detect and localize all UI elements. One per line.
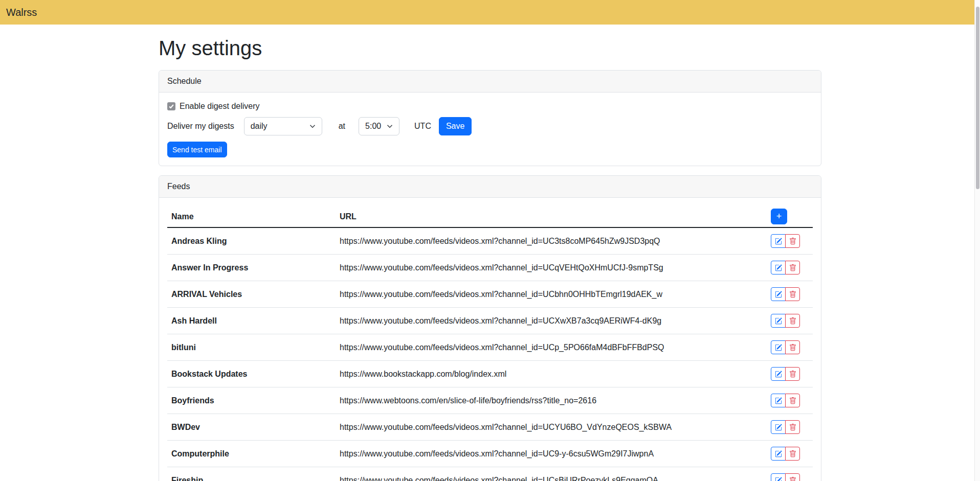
delete-feed-button[interactable] <box>785 420 800 434</box>
save-button[interactable]: Save <box>439 117 472 135</box>
feeds-card: Feeds Name URL + Andreas Kling https://w… <box>159 175 821 481</box>
pencil-square-icon <box>775 264 782 271</box>
feed-actions <box>771 234 800 248</box>
trash-icon <box>789 238 796 245</box>
pencil-square-icon <box>775 397 782 404</box>
digest-enabled-checkbox[interactable] <box>167 102 175 110</box>
trash-icon <box>789 291 796 298</box>
table-row: bitluni https://www.youtube.com/feeds/vi… <box>167 334 813 361</box>
brand-link[interactable]: Walrss <box>6 7 37 18</box>
edit-feed-button[interactable] <box>771 420 786 434</box>
feeds-card-body: Name URL + Andreas Kling https://www.you… <box>159 198 821 481</box>
delete-feed-button[interactable] <box>785 367 800 381</box>
feed-actions <box>771 314 800 328</box>
table-row: Bookstack Updates https://www.bookstacka… <box>167 361 813 387</box>
pencil-square-icon <box>775 477 782 481</box>
feed-name: Computerphile <box>167 441 336 467</box>
check-icon <box>168 103 174 109</box>
edit-feed-button[interactable] <box>771 314 786 328</box>
feed-actions <box>771 287 800 301</box>
edit-feed-button[interactable] <box>771 447 786 461</box>
feed-name: BWDev <box>167 414 336 441</box>
pencil-square-icon <box>775 450 782 457</box>
table-row: Computerphile https://www.youtube.com/fe… <box>167 441 813 467</box>
trash-icon <box>789 344 796 351</box>
actions-column-header: + <box>767 206 813 227</box>
edit-feed-button[interactable] <box>771 287 786 301</box>
add-feed-button[interactable]: + <box>771 209 787 224</box>
feed-name: ARRIVAL Vehicles <box>167 281 336 308</box>
feed-name: Andreas Kling <box>167 227 336 255</box>
feed-actions <box>771 340 800 354</box>
delete-feed-button[interactable] <box>785 314 800 328</box>
table-row: BWDev https://www.youtube.com/feeds/vide… <box>167 414 813 441</box>
delete-feed-button[interactable] <box>785 473 800 481</box>
table-row: Andreas Kling https://www.youtube.com/fe… <box>167 227 813 255</box>
table-row: Boyfriends https://www.webtoons.com/en/s… <box>167 387 813 414</box>
feeds-table: Name URL + Andreas Kling https://www.you… <box>167 206 813 481</box>
delete-feed-button[interactable] <box>785 447 800 461</box>
deliver-digests-label: Deliver my digests <box>167 122 234 131</box>
feed-actions <box>771 447 800 461</box>
timezone-label: UTC <box>414 122 431 131</box>
feed-url: https://www.bookstackapp.com/blog/index.… <box>336 361 767 387</box>
pencil-square-icon <box>775 317 782 325</box>
trash-icon <box>789 264 796 271</box>
send-test-email-button[interactable]: Send test email <box>167 142 227 157</box>
chevron-down-icon <box>309 123 316 129</box>
feed-name: Answer In Progress <box>167 255 336 281</box>
trash-icon <box>789 477 796 481</box>
table-row: Fireship https://www.youtube.com/feeds/v… <box>167 467 813 481</box>
feed-actions <box>771 261 800 274</box>
pencil-square-icon <box>775 371 782 378</box>
feed-url: https://www.youtube.com/feeds/videos.xml… <box>336 414 767 441</box>
pencil-square-icon <box>775 291 782 298</box>
edit-feed-button[interactable] <box>771 473 786 481</box>
delete-feed-button[interactable] <box>785 261 800 274</box>
trash-icon <box>789 450 796 457</box>
page-scrollbar[interactable] <box>974 0 980 481</box>
enable-digest-label[interactable]: Enable digest delivery <box>180 102 260 111</box>
table-row: Ash Hardell https://www.youtube.com/feed… <box>167 308 813 334</box>
edit-feed-button[interactable] <box>771 261 786 274</box>
name-column-header: Name <box>167 206 336 227</box>
edit-feed-button[interactable] <box>771 340 786 354</box>
delete-feed-button[interactable] <box>785 234 800 248</box>
feeds-card-header: Feeds <box>159 176 821 198</box>
frequency-select[interactable]: daily <box>244 117 322 135</box>
scrollbar-thumb[interactable] <box>976 7 979 189</box>
delete-feed-button[interactable] <box>785 394 800 407</box>
at-label: at <box>339 122 345 131</box>
feed-url: https://www.webtoons.com/en/slice-of-lif… <box>336 387 767 414</box>
feed-url: https://www.youtube.com/feeds/videos.xml… <box>336 467 767 481</box>
trash-icon <box>789 317 796 325</box>
feed-name: Boyfriends <box>167 387 336 414</box>
delivery-controls-row: Deliver my digests daily at 5:00 UTC Sav… <box>167 117 813 135</box>
time-select[interactable]: 5:00 <box>359 117 399 135</box>
feeds-table-body: Andreas Kling https://www.youtube.com/fe… <box>167 227 813 481</box>
chevron-down-icon <box>387 123 393 129</box>
frequency-value: daily <box>251 122 268 131</box>
trash-icon <box>789 397 796 404</box>
table-row: Answer In Progress https://www.youtube.c… <box>167 255 813 281</box>
schedule-card-header: Schedule <box>159 71 821 93</box>
edit-feed-button[interactable] <box>771 394 786 407</box>
delete-feed-button[interactable] <box>785 287 800 301</box>
schedule-card: Schedule Enable digest delivery Deliver … <box>159 70 821 166</box>
delete-feed-button[interactable] <box>785 340 800 354</box>
feed-url: https://www.youtube.com/feeds/videos.xml… <box>336 255 767 281</box>
feed-url: https://www.youtube.com/feeds/videos.xml… <box>336 281 767 308</box>
schedule-card-body: Enable digest delivery Deliver my digest… <box>159 93 821 166</box>
feed-name: Fireship <box>167 467 336 481</box>
pencil-square-icon <box>775 344 782 351</box>
feed-actions <box>771 473 800 481</box>
pencil-square-icon <box>775 424 782 431</box>
feed-url: https://www.youtube.com/feeds/videos.xml… <box>336 334 767 361</box>
feed-name: Ash Hardell <box>167 308 336 334</box>
navbar: Walrss <box>0 0 980 25</box>
feed-name: bitluni <box>167 334 336 361</box>
edit-feed-button[interactable] <box>771 367 786 381</box>
edit-feed-button[interactable] <box>771 234 786 248</box>
time-value: 5:00 <box>365 122 381 131</box>
feed-actions <box>771 420 800 434</box>
